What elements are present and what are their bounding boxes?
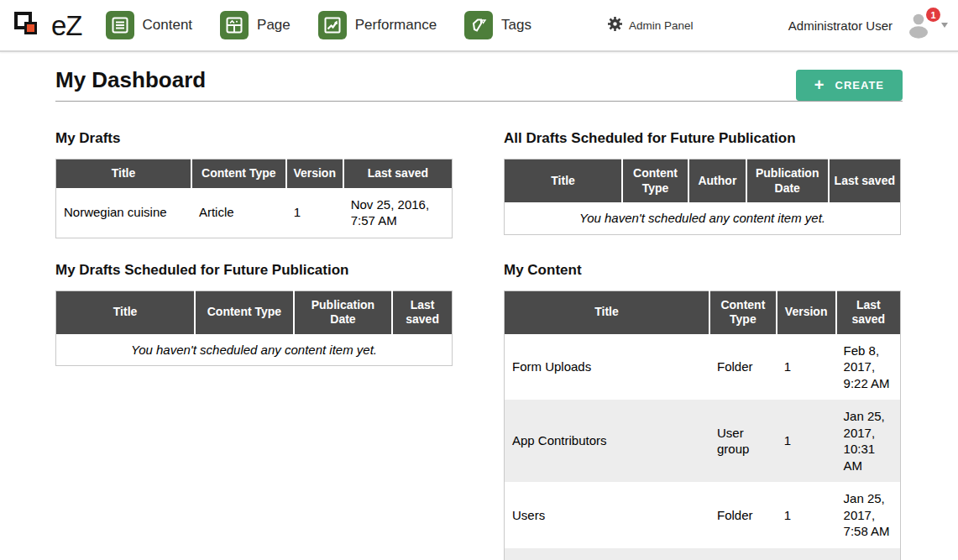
table-cell: Nov 25, 2016, 7:57 AM xyxy=(343,188,453,238)
nav-item-content[interactable]: Content xyxy=(106,11,193,39)
content-icon xyxy=(106,11,134,39)
admin-panel-link[interactable]: Admin Panel xyxy=(608,17,694,34)
dashboard-grid: My Drafts TitleContent TypeVersionLast s… xyxy=(55,130,903,560)
create-button-label: CREATE xyxy=(835,79,884,92)
table-cell: App xyxy=(505,548,710,560)
table-cell: Feb 8, 2017, 9:22 AM xyxy=(836,334,901,400)
create-button[interactable]: + CREATE xyxy=(796,70,903,101)
column-header: Last saved xyxy=(829,160,901,203)
table-header-row: TitleContent TypeAuthorPublication DateL… xyxy=(505,160,901,203)
table-cell: 1 xyxy=(286,188,343,238)
page-header: My Dashboard + CREATE xyxy=(55,67,903,102)
page-title: My Dashboard xyxy=(55,67,206,93)
table-cell: App Contributors xyxy=(505,400,710,482)
table-cell: 1 xyxy=(777,400,836,482)
table-cell: User group xyxy=(709,400,777,482)
user-avatar[interactable]: 1 xyxy=(904,12,934,39)
column-header: Title xyxy=(56,290,196,334)
admin-panel-label: Admin Panel xyxy=(629,19,694,32)
section-heading-all-drafts-scheduled: All Drafts Scheduled for Future Publicat… xyxy=(504,130,901,147)
column-header: Content Type xyxy=(622,160,688,203)
column-header: Version xyxy=(777,290,836,334)
column-header: Last saved xyxy=(836,290,901,334)
plus-icon: + xyxy=(814,76,825,93)
table-cell: Norwegian cuisine xyxy=(56,188,191,238)
logo-orange-square xyxy=(24,22,37,34)
column-header: Publication Date xyxy=(294,290,393,334)
table-cell: Folder xyxy=(709,482,777,548)
column-header: Last saved xyxy=(392,290,452,334)
gear-icon xyxy=(608,17,622,34)
table-row[interactable]: App ContributorsUser group1Jan 25, 2017,… xyxy=(505,400,901,482)
column-header: Author xyxy=(688,160,746,203)
top-navigation-bar: eZ Content xyxy=(0,0,958,52)
table-row[interactable]: Form UploadsFolder1Feb 8, 2017, 9:22 AM xyxy=(505,334,901,400)
empty-state-row: You haven't scheduled any content item y… xyxy=(56,334,453,366)
ez-logo[interactable]: eZ xyxy=(12,8,82,42)
ez-logo-icon xyxy=(12,8,45,42)
column-header: Title xyxy=(56,160,191,188)
performance-icon xyxy=(318,11,347,39)
table-cell: 1 xyxy=(777,334,836,400)
all-drafts-scheduled-table: TitleContent TypeAuthorPublication DateL… xyxy=(504,159,901,235)
column-header: Content Type xyxy=(709,290,777,334)
table-row[interactable]: AppFolder1Jan 25, 2017, 7:55 AM xyxy=(505,548,901,560)
column-header: Content Type xyxy=(195,290,294,334)
table-cell: Users xyxy=(505,482,710,548)
nav-label: Content xyxy=(143,17,193,34)
table-cell: Jan 25, 2017, 7:55 AM xyxy=(836,548,901,560)
user-menu: Administrator User 1 xyxy=(788,12,948,39)
main-navigation: Content Page Per xyxy=(106,11,560,39)
table-row[interactable]: UsersFolder1Jan 25, 2017, 7:58 AM xyxy=(505,482,901,548)
table-cell: Jan 25, 2017, 7:58 AM xyxy=(836,482,901,548)
nav-item-performance[interactable]: Performance xyxy=(318,11,437,39)
column-header: Title xyxy=(505,160,623,203)
column-header: Last saved xyxy=(343,160,453,188)
nav-item-page[interactable]: Page xyxy=(220,11,291,39)
dashboard-content: My Dashboard + CREATE My Drafts TitleCon… xyxy=(0,67,958,560)
section-all-drafts-scheduled: All Drafts Scheduled for Future Publicat… xyxy=(504,130,901,235)
table-cell: Folder xyxy=(709,334,777,400)
section-heading-my-drafts: My Drafts xyxy=(55,130,453,147)
table-cell: Form Uploads xyxy=(505,334,710,400)
table-cell: Article xyxy=(191,188,286,238)
empty-state-message: You haven't scheduled any content item y… xyxy=(56,334,453,366)
section-heading-my-drafts-scheduled: My Drafts Scheduled for Future Publicati… xyxy=(55,262,453,279)
notification-badge[interactable]: 1 xyxy=(926,8,940,22)
section-my-drafts: My Drafts TitleContent TypeVersionLast s… xyxy=(55,130,453,238)
table-header-row: TitleContent TypeVersionLast saved xyxy=(56,160,453,188)
section-my-drafts-scheduled: My Drafts Scheduled for Future Publicati… xyxy=(55,262,453,367)
section-my-content: My Content TitleContent TypeVersionLast … xyxy=(504,262,901,560)
page-icon xyxy=(220,11,249,39)
empty-state-message: You haven't scheduled any content item y… xyxy=(505,202,901,234)
my-content-table: TitleContent TypeVersionLast savedForm U… xyxy=(504,290,901,560)
nav-label: Tags xyxy=(501,17,531,34)
table-header-row: TitleContent TypePublication DateLast sa… xyxy=(56,290,453,334)
user-name[interactable]: Administrator User xyxy=(788,18,893,33)
nav-label: Performance xyxy=(355,17,437,34)
column-header: Content Type xyxy=(191,160,286,188)
table-row[interactable]: Norwegian cuisineArticle1Nov 25, 2016, 7… xyxy=(56,188,453,238)
table-header-row: TitleContent TypeVersionLast saved xyxy=(505,290,901,334)
caret-down-icon[interactable] xyxy=(941,23,948,28)
nav-item-tags[interactable]: Tags xyxy=(464,11,531,39)
column-header: Publication Date xyxy=(746,160,829,203)
nav-label: Page xyxy=(257,17,291,34)
table-cell: 1 xyxy=(777,482,836,548)
table-cell: 1 xyxy=(777,548,836,560)
section-heading-my-content: My Content xyxy=(504,262,901,279)
table-cell: Jan 25, 2017, 10:31 AM xyxy=(836,400,901,482)
tags-icon xyxy=(464,11,493,39)
column-header: Version xyxy=(286,160,343,188)
column-header: Title xyxy=(505,290,710,334)
table-cell: Folder xyxy=(709,548,777,560)
empty-state-row: You haven't scheduled any content item y… xyxy=(505,202,901,234)
my-drafts-table: TitleContent TypeVersionLast savedNorweg… xyxy=(55,159,453,238)
ez-logo-text: eZ xyxy=(51,12,82,39)
my-drafts-scheduled-table: TitleContent TypePublication DateLast sa… xyxy=(55,290,453,367)
